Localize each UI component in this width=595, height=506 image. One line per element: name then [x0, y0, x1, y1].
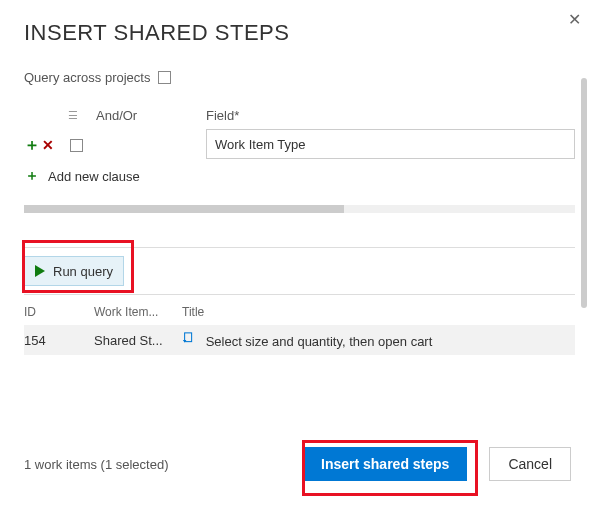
cell-title-text: Select size and quantity, then open cart	[206, 334, 433, 349]
query-across-projects-label: Query across projects	[24, 70, 150, 85]
col-header-title[interactable]: Title	[182, 305, 575, 319]
filter-row: ＋ ✕	[24, 129, 184, 161]
andor-checkbox[interactable]	[70, 139, 83, 152]
cell-title: Select size and quantity, then open cart	[182, 332, 575, 349]
footer-status: 1 work items (1 selected)	[24, 457, 303, 472]
cell-wit: Shared St...	[94, 333, 182, 348]
query-across-projects-checkbox[interactable]	[158, 71, 171, 84]
grid-header: ID Work Item... Title	[24, 295, 575, 325]
insert-shared-steps-button[interactable]: Insert shared steps	[303, 447, 467, 481]
dialog-footer: 1 work items (1 selected) Insert shared …	[24, 440, 571, 488]
shared-steps-icon	[182, 332, 196, 346]
filter-header-left: ☰ And/Or	[24, 101, 184, 129]
dialog: ✕ INSERT SHARED STEPS Query across proje…	[0, 0, 595, 506]
cancel-button[interactable]: Cancel	[489, 447, 571, 481]
cell-id: 154	[24, 333, 94, 348]
main-content: Query across projects ☰ And/Or ＋ ✕ ＋ Add…	[24, 70, 575, 428]
field-header-row: Field*	[206, 101, 575, 129]
play-icon	[35, 265, 45, 277]
filter-left: ☰ And/Or ＋ ✕ ＋ Add new clause	[24, 101, 184, 185]
run-query-section: Run query	[24, 247, 575, 295]
field-input[interactable]	[206, 129, 575, 159]
scrollbar-thumb[interactable]	[24, 205, 344, 213]
vertical-scrollbar[interactable]	[581, 78, 587, 308]
field-column: Field*	[206, 101, 575, 159]
col-header-workitem[interactable]: Work Item...	[94, 305, 182, 319]
list-icon: ☰	[68, 109, 78, 122]
field-header: Field*	[206, 108, 239, 123]
andor-header: And/Or	[96, 108, 137, 123]
horizontal-scrollbar[interactable]	[24, 205, 575, 213]
run-query-button[interactable]: Run query	[24, 256, 124, 286]
plus-icon: ＋	[24, 167, 40, 185]
close-icon[interactable]: ✕	[568, 10, 581, 29]
filter-area: ☰ And/Or ＋ ✕ ＋ Add new clause Field*	[24, 101, 575, 185]
col-header-id[interactable]: ID	[24, 305, 94, 319]
add-clause-label: Add new clause	[48, 169, 140, 184]
table-row[interactable]: 154 Shared St... Select size and quantit…	[24, 325, 575, 355]
svg-marker-0	[35, 265, 45, 277]
add-icon[interactable]: ＋	[24, 135, 40, 156]
dialog-title: INSERT SHARED STEPS	[24, 20, 571, 46]
add-new-clause[interactable]: ＋ Add new clause	[24, 167, 184, 185]
query-across-projects-row: Query across projects	[24, 70, 575, 85]
run-query-label: Run query	[53, 264, 113, 279]
remove-icon[interactable]: ✕	[40, 137, 56, 153]
